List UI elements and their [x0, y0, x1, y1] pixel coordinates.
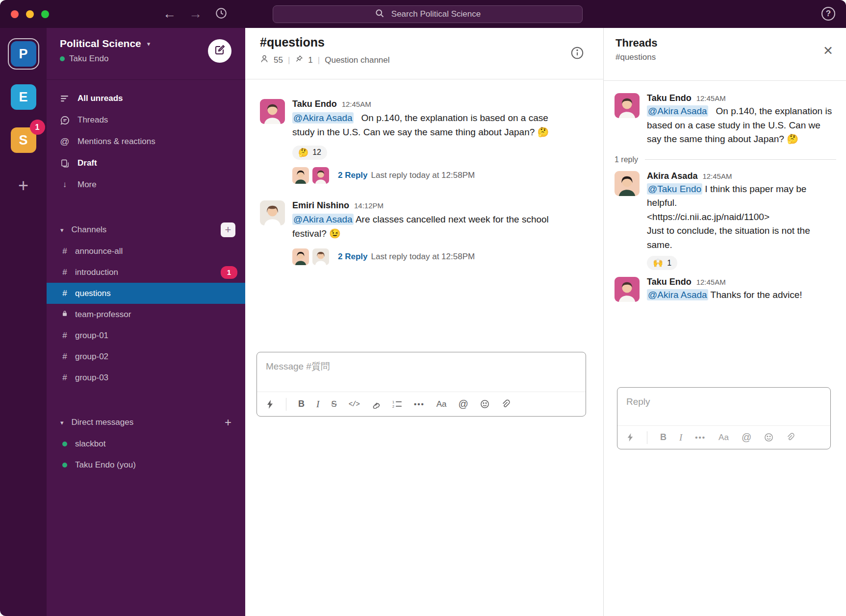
dms-section-header[interactable]: ▾ Direct messages +	[47, 412, 245, 433]
sidebar-item-more[interactable]: ↓ More	[47, 174, 245, 196]
reply-count-link[interactable]: 2 Reply	[338, 252, 367, 262]
mention-button[interactable]: @	[742, 432, 751, 443]
workspace-icon-p: P	[11, 41, 36, 67]
format-aa-button[interactable]: Aa	[718, 433, 729, 443]
hash-icon: #	[60, 352, 69, 362]
avatar[interactable]	[615, 171, 640, 196]
svg-text:1: 1	[392, 400, 394, 404]
close-window-button[interactable]	[11, 10, 19, 18]
history-back-icon[interactable]: ←	[163, 7, 176, 21]
more-actions-icon[interactable]: •••	[695, 433, 706, 442]
bold-button[interactable]: B	[660, 432, 667, 443]
members-icon[interactable]	[260, 54, 269, 66]
sidebar-channel-announce-all[interactable]: # announce-all	[47, 241, 245, 262]
close-icon[interactable]: ✕	[823, 44, 833, 58]
search-input[interactable]: Search Political Science	[273, 5, 583, 23]
format-aa-button[interactable]: Aa	[436, 399, 447, 409]
channel-info-icon[interactable]	[570, 46, 585, 62]
new-message-button[interactable]	[208, 39, 231, 63]
composer-toolbar: B I ••• Aa @	[617, 425, 830, 449]
avatar[interactable]	[615, 93, 640, 118]
reaction-pill[interactable]: 🤔 12	[292, 146, 327, 160]
sidebar-dm-taku-endo[interactable]: Taku Endo (you)	[47, 454, 245, 475]
sidebar-channel-team-professor[interactable]: team-professor	[47, 304, 245, 325]
italic-button[interactable]: I	[679, 432, 682, 443]
workspace-item-e[interactable]: E	[8, 81, 39, 113]
reply-input[interactable]	[617, 388, 830, 407]
sidebar-item-label: All unreads	[77, 94, 123, 103]
emoji-smiley-icon[interactable]	[764, 433, 773, 442]
strikethrough-button[interactable]: S	[331, 399, 336, 409]
avatar[interactable]	[260, 99, 285, 124]
mention-chip[interactable]: @Akira Asada	[647, 289, 708, 300]
channel-label: introduction	[75, 268, 118, 277]
reply-count-row: 1 reply	[615, 155, 836, 164]
more-actions-icon[interactable]: •••	[414, 400, 425, 408]
help-icon[interactable]: ?	[821, 7, 835, 21]
minimize-window-button[interactable]	[26, 10, 34, 18]
thread-reply-bar[interactable]: 2 Reply Last reply today at 12:58PM	[292, 248, 560, 265]
sidebar-item-draft[interactable]: Draft	[47, 152, 245, 174]
thread-reply-bar[interactable]: 2 Reply Last reply today at 12:58PM	[292, 167, 560, 184]
sidebar-channel-group-02[interactable]: # group-02	[47, 346, 245, 367]
sidebar-channel-group-03[interactable]: # group-03	[47, 367, 245, 388]
add-dm-button[interactable]: +	[221, 415, 235, 430]
workspace-name: Political Science	[60, 38, 141, 49]
reply-count-link[interactable]: 2 Reply	[338, 171, 367, 180]
message-author[interactable]: Taku Endo	[647, 277, 692, 287]
zoom-window-button[interactable]	[41, 10, 49, 18]
sidebar-channel-introduction[interactable]: # introduction 1	[47, 262, 245, 283]
mention-button[interactable]: @	[458, 398, 468, 410]
workspace-item-s[interactable]: S 1	[8, 124, 39, 156]
message-author[interactable]: Akira Asada	[647, 171, 697, 181]
avatar[interactable]	[312, 167, 329, 184]
hash-icon: #	[60, 289, 69, 298]
member-count[interactable]: 55	[274, 55, 283, 65]
avatar[interactable]	[292, 248, 309, 265]
avatar[interactable]	[615, 277, 640, 302]
message-input[interactable]	[257, 352, 586, 372]
sidebar-item-mentions[interactable]: @ Mentions & reactions	[47, 131, 245, 152]
channel-label: group-01	[75, 331, 108, 341]
channels-section-header[interactable]: ▾ Channels +	[47, 219, 245, 241]
sidebar-dm-slackbot[interactable]: slackbot	[47, 433, 245, 454]
history-forward-icon[interactable]: →	[189, 7, 202, 21]
link-icon[interactable]	[371, 399, 381, 409]
message-author[interactable]: Taku Endo	[647, 93, 692, 103]
channel-label: group-02	[75, 352, 108, 362]
message-author[interactable]: Taku Endo	[292, 99, 337, 109]
shortcuts-lightning-icon[interactable]	[266, 399, 274, 409]
bold-button[interactable]: B	[298, 399, 305, 409]
sidebar-item-threads[interactable]: Threads	[47, 109, 245, 131]
add-channel-button[interactable]: +	[221, 222, 235, 237]
add-workspace-button[interactable]: +	[18, 175, 28, 196]
sidebar: Political Science ▾ Taku Endo	[47, 28, 245, 616]
reaction-pill[interactable]: 🙌 1	[647, 256, 677, 270]
attachment-paperclip-icon[interactable]	[501, 399, 510, 409]
threads-title: Threads	[615, 37, 846, 49]
channel-topic[interactable]: Question channel	[325, 55, 389, 65]
emoji-smiley-icon[interactable]	[480, 399, 489, 409]
pin-count[interactable]: 1	[308, 55, 312, 65]
italic-button[interactable]: I	[316, 399, 319, 410]
code-button[interactable]: </>	[349, 400, 359, 408]
workspace-item-p[interactable]: P	[8, 38, 39, 70]
ordered-list-icon[interactable]: 1 2	[392, 400, 402, 409]
channel-header: #questions 55 | 1 |	[245, 28, 603, 79]
shortcuts-lightning-icon[interactable]	[626, 433, 634, 442]
sidebar-channel-questions[interactable]: # questions	[47, 283, 245, 304]
mention-chip[interactable]: @Akira Asada	[292, 214, 354, 225]
attachment-paperclip-icon[interactable]	[786, 433, 795, 442]
window-titlebar: ← → Search Political Science ?	[0, 0, 846, 28]
sidebar-channel-group-01[interactable]: # group-01	[47, 325, 245, 346]
sidebar-item-all-unreads[interactable]: All unreads	[47, 88, 245, 109]
message-author[interactable]: Emiri Nishino	[292, 200, 349, 211]
history-clock-icon[interactable]	[215, 7, 228, 22]
mention-chip[interactable]: @Akira Asada	[292, 112, 354, 123]
mention-chip[interactable]: @Akira Asada	[647, 105, 708, 117]
mention-chip[interactable]: @Taku Endo	[647, 183, 702, 195]
avatar[interactable]	[292, 167, 309, 184]
avatar[interactable]	[312, 248, 329, 265]
pin-icon[interactable]	[295, 55, 303, 66]
avatar[interactable]	[260, 200, 285, 225]
